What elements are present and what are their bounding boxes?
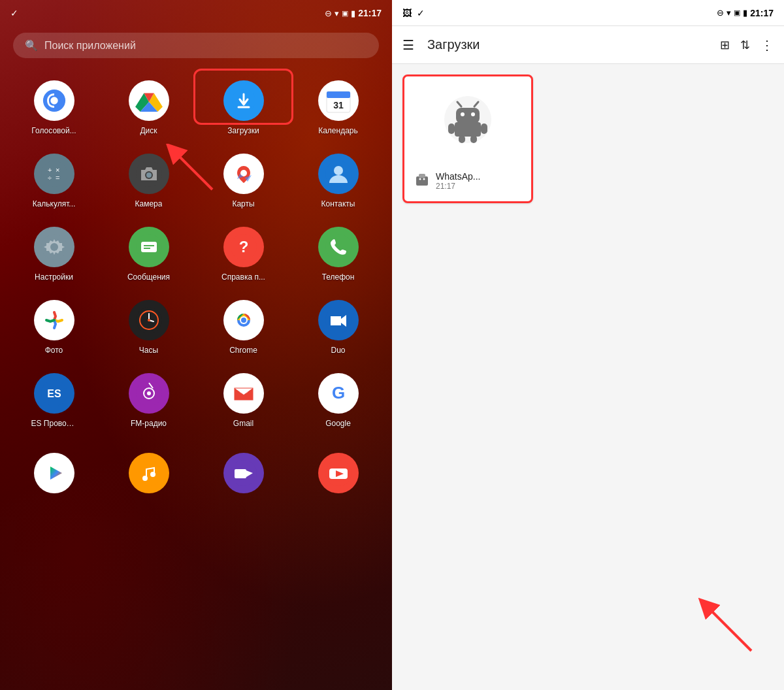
app-grid: Голосовой... Диск Загрузки — [0, 71, 392, 437]
left-screen: ✓ ⊖ ▾ ▣ ▮ 21:17 🔍 Поиск приложений Голос… — [0, 0, 392, 690]
image-icon: 🖼 — [402, 8, 412, 18]
google-assistant-icon — [34, 80, 74, 121]
app-calendar[interactable]: 31 Календарь — [291, 71, 385, 144]
app-youtube[interactable] — [291, 444, 385, 508]
arrow-to-file — [686, 592, 764, 657]
android-icon-large — [442, 93, 494, 158]
svg-point-57 — [142, 476, 148, 481]
app-music[interactable] — [101, 444, 196, 508]
app-label-duo: Duo — [331, 346, 345, 355]
file-info: WhatsAp... 21:17 — [415, 171, 521, 191]
file-time: 21:17 — [436, 182, 480, 191]
phone-icon — [318, 227, 359, 267]
svg-point-25 — [50, 243, 58, 251]
play-icon — [34, 453, 74, 493]
status-right-icons: ⊖ ▾ ▣ ▮ 21:17 — [325, 8, 382, 18]
svg-point-80 — [423, 178, 425, 180]
more-options-icon[interactable]: ⋮ — [760, 37, 774, 53]
arrow-to-downloads — [160, 144, 225, 196]
svg-text:ES: ES — [47, 388, 61, 399]
app-gmail[interactable]: Gmail — [196, 364, 291, 437]
downloads-content: WhatsAp... 21:17 — [392, 64, 784, 690]
app-label-gmail: Gmail — [233, 419, 253, 428]
app-phone[interactable]: Телефон — [291, 218, 385, 291]
svg-text:?: ? — [238, 238, 248, 255]
svg-point-23 — [334, 166, 343, 175]
svg-point-32 — [325, 234, 351, 260]
app-label-contacts: Контакты — [321, 199, 355, 208]
chrome-icon — [223, 300, 264, 340]
settings-icon — [34, 227, 74, 267]
bottom-app-row — [0, 444, 392, 508]
status-time-right: 21:17 — [750, 8, 774, 18]
svg-point-42 — [241, 318, 246, 323]
svg-point-70 — [471, 112, 475, 116]
app-es[interactable]: ES ES Провод... — [7, 364, 101, 437]
app-label-downloads: Загрузки — [227, 126, 259, 135]
status-bar-right: 🖼 ✓ ⊖ ▾ ▣ ▮ 21:17 — [392, 0, 784, 26]
app-duo[interactable]: Duo — [291, 291, 385, 364]
app-google[interactable]: G Google — [291, 364, 385, 437]
app-chrome[interactable]: Chrome — [196, 291, 291, 364]
svg-text:=: = — [56, 174, 59, 182]
app-label-fmradio: FM-радио — [131, 419, 167, 428]
svg-text:÷: ÷ — [48, 174, 52, 182]
svg-rect-76 — [470, 135, 477, 143]
app-play[interactable] — [7, 444, 101, 508]
svg-text:+: + — [48, 166, 52, 174]
app-bar: ☰ Загрузки ⊞ ⇅ ⋮ — [392, 26, 784, 64]
app-bar-icons: ⊞ ⇅ ⋮ — [720, 37, 774, 53]
photos-icon — [34, 300, 74, 340]
app-photos[interactable]: Фото — [7, 291, 101, 364]
app-drive[interactable]: Диск — [101, 71, 196, 144]
sort-icon[interactable]: ⇅ — [740, 38, 750, 52]
app-label-phone: Телефон — [322, 272, 355, 282]
calc-icon: +× ÷= — [34, 154, 74, 194]
file-card-whatsapp[interactable]: WhatsAp... 21:17 — [402, 74, 533, 203]
status-time-left: 21:17 — [358, 8, 382, 18]
checkmark-right-icon: ✓ — [417, 8, 425, 18]
list-view-icon[interactable]: ⊞ — [720, 38, 730, 52]
drive-icon — [129, 80, 169, 121]
es-icon: ES — [34, 373, 74, 414]
svg-point-1 — [50, 97, 57, 104]
music-icon — [129, 453, 169, 493]
app-clock[interactable]: Часы — [101, 291, 196, 364]
messages-icon — [129, 227, 169, 267]
downloads-icon — [223, 80, 264, 121]
menu-icon[interactable]: ☰ — [402, 37, 414, 53]
status-left-icons: ✓ — [10, 8, 18, 18]
app-messages[interactable]: Сообщения — [101, 218, 196, 291]
app-label-es: ES Провод... — [31, 419, 77, 428]
app-label-google: Google — [325, 419, 351, 428]
svg-rect-27 — [141, 242, 157, 252]
app-video[interactable] — [196, 444, 291, 508]
app-label-help: Справка п... — [221, 272, 265, 282]
app-contacts[interactable]: Контакты — [291, 144, 385, 218]
clock-icon — [129, 300, 169, 340]
app-label-google-assistant: Голосовой... — [31, 126, 76, 135]
youtube-icon — [318, 453, 359, 493]
wifi-icon: ▾ — [335, 8, 339, 18]
app-label-camera: Камера — [135, 199, 163, 208]
app-help[interactable]: ? Справка п... — [196, 218, 291, 291]
app-google-assistant[interactable]: Голосовой... — [7, 71, 101, 144]
calendar-icon: 31 — [318, 80, 359, 121]
svg-point-79 — [419, 178, 421, 180]
video-icon — [223, 453, 264, 493]
app-downloads[interactable]: Загрузки — [196, 71, 291, 144]
app-fmradio[interactable]: FM-радио — [101, 364, 196, 437]
maps-icon — [223, 154, 264, 194]
minus-right-icon: ⊖ — [717, 8, 724, 18]
app-settings[interactable]: Настройки — [7, 218, 101, 291]
contacts-icon — [318, 154, 359, 194]
checkmark-icon: ✓ — [10, 8, 18, 18]
svg-text:×: × — [56, 166, 59, 174]
svg-rect-68 — [456, 108, 480, 123]
google-icon: G — [318, 373, 359, 414]
search-bar[interactable]: 🔍 Поиск приложений — [13, 33, 379, 58]
android-file-icon — [415, 172, 429, 190]
svg-point-48 — [147, 391, 151, 395]
app-label-drive: Диск — [140, 126, 157, 135]
app-calc[interactable]: +× ÷= Калькулят... — [7, 144, 101, 218]
